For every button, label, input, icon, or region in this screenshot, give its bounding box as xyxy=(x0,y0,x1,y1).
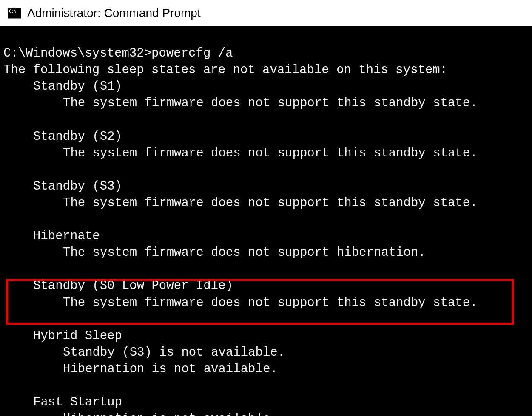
output-header: The following sleep states are not avail… xyxy=(3,63,447,77)
state-reason: The system firmware does not support hib… xyxy=(3,244,529,261)
state-reason: The system firmware does not support thi… xyxy=(3,95,529,111)
cmd-icon xyxy=(8,8,21,19)
state-name: Standby (S2) xyxy=(3,128,529,145)
titlebar[interactable]: Administrator: Command Prompt xyxy=(0,0,532,26)
state-name: Hibernate xyxy=(3,228,529,244)
state-name: Standby (S1) xyxy=(3,78,529,95)
state-reason: Hibernation is not available. xyxy=(3,361,529,377)
terminal-output[interactable]: C:\Windows\system32>powercfg /a The foll… xyxy=(0,26,532,416)
state-reason: The system firmware does not support thi… xyxy=(3,145,529,161)
prompt: C:\Windows\system32>powercfg /a xyxy=(3,46,233,60)
state-reason: Standby (S3) is not available. xyxy=(3,344,529,361)
state-name: Standby (S0 Low Power Idle) xyxy=(3,277,529,294)
state-reason: The system firmware does not support thi… xyxy=(3,294,529,311)
state-reason: Hibernation is not available. xyxy=(3,410,529,416)
state-name: Hybrid Sleep xyxy=(3,328,529,344)
state-name: Standby (S3) xyxy=(3,178,529,195)
state-name: Fast Startup xyxy=(3,394,529,410)
state-reason: The system firmware does not support thi… xyxy=(3,195,529,211)
window-title: Administrator: Command Prompt xyxy=(27,6,201,20)
